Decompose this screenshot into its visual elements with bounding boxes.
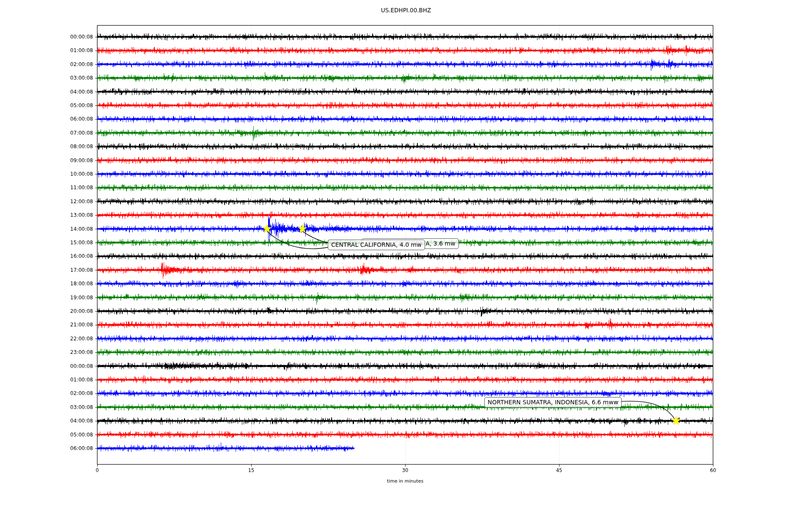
y-axis-tick-label: 06:00:08	[55, 445, 93, 451]
y-axis-tick-label: 20:00:08	[55, 308, 93, 314]
y-axis-tick-label: 03:00:08	[55, 404, 93, 410]
y-axis-tick-label: 15:00:08	[55, 240, 93, 246]
y-axis-tick-label: 12:00:08	[55, 199, 93, 204]
y-axis-tick-label: 18:00:08	[55, 281, 93, 287]
y-axis-tick-label: 11:00:08	[55, 185, 93, 190]
y-axis-tick-label: 22:00:08	[55, 336, 93, 342]
y-axis-tick-label: 07:00:08	[55, 130, 93, 136]
y-axis-tick-label: 06:00:08	[55, 116, 93, 122]
y-axis-tick-label: 03:00:08	[55, 75, 93, 81]
y-axis-tick-label: 21:00:08	[55, 322, 93, 328]
y-axis-tick-label: 23:00:08	[55, 349, 93, 355]
x-axis-tick-label: 45	[556, 467, 562, 473]
event-annotation-northern-sumatra: NORTHERN SUMATRA, INDONESIA, 6.6 mww	[484, 397, 622, 408]
y-axis-tick-label: 02:00:08	[55, 61, 93, 67]
y-axis-tick-label: 09:00:08	[55, 157, 93, 163]
seismogram-plot-canvas	[0, 0, 812, 508]
x-axis-tick-label: 60	[710, 467, 716, 473]
y-axis-tick-label: 13:00:08	[55, 212, 93, 218]
x-axis-title: time in minutes	[97, 478, 713, 484]
y-axis-tick-label: 04:00:08	[55, 418, 93, 424]
y-axis-tick-label: 05:00:08	[55, 432, 93, 438]
y-axis-tick-label: 10:00:08	[55, 171, 93, 177]
x-axis-tick-label: 15	[248, 467, 255, 473]
y-axis-tick-label: 00:00:08	[55, 363, 93, 369]
y-axis-tick-label: 04:00:08	[55, 89, 93, 95]
seismogram-figure: US.EDHPI.00.BHZ time in minutes CENTRAL …	[0, 0, 812, 508]
plot-title: US.EDHPI.00.BHZ	[0, 7, 812, 14]
y-axis-tick-label: 01:00:08	[55, 377, 93, 383]
y-axis-tick-label: 08:00:08	[55, 144, 93, 149]
y-axis-tick-label: 02:00:08	[55, 390, 93, 396]
event-annotation-central-california-40: CENTRAL CALIFORNIA, 4.0 mw	[328, 240, 425, 250]
y-axis-tick-label: 05:00:08	[55, 102, 93, 108]
y-axis-tick-label: 14:00:08	[55, 226, 93, 232]
y-axis-tick-label: 16:00:08	[55, 253, 93, 259]
y-axis-tick-label: 17:00:08	[55, 267, 93, 273]
x-axis-tick-label: 0	[96, 467, 99, 473]
x-axis-tick-label: 30	[402, 467, 409, 473]
y-axis-tick-label: 00:00:08	[55, 34, 93, 40]
y-axis-tick-label: 01:00:08	[55, 47, 93, 53]
y-axis-tick-label: 19:00:08	[55, 295, 93, 301]
